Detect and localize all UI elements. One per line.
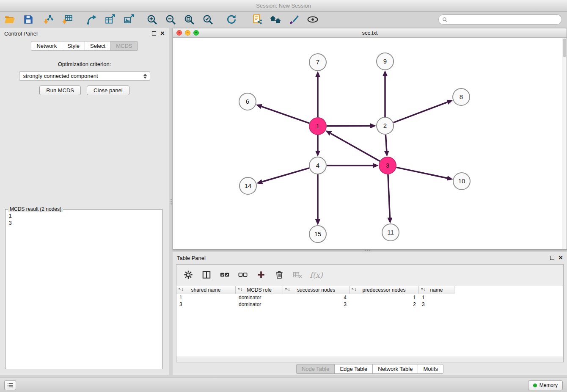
svg-text:9: 9	[383, 58, 387, 65]
tab-style[interactable]: Style	[62, 41, 85, 51]
zoom-in-icon[interactable]	[146, 13, 158, 26]
node-table: shared nameMCDS rolesuccessor nodesprede…	[176, 286, 563, 356]
graph-node-1[interactable]: 1	[309, 118, 326, 135]
dropdown-stepper-icon	[142, 72, 149, 80]
table-cell: 3	[283, 301, 350, 307]
zoom-selected-icon[interactable]	[201, 13, 214, 26]
tab-select[interactable]: Select	[85, 41, 111, 51]
horizontal-splitter-handle[interactable]	[363, 249, 372, 251]
svg-text:14: 14	[245, 182, 252, 189]
refresh-icon[interactable]	[225, 13, 238, 26]
delete-column-icon[interactable]	[292, 269, 303, 281]
zoom-fit-icon[interactable]	[183, 13, 195, 26]
graph-node-15[interactable]: 15	[309, 226, 326, 243]
column-header-successor-nodes[interactable]: successor nodes	[283, 286, 350, 294]
tab-network[interactable]: Network	[31, 41, 62, 51]
table-toolbar: f(x)	[176, 265, 563, 285]
first-neighbors-icon[interactable]	[269, 13, 282, 26]
float-table-panel-icon[interactable]	[550, 256, 554, 260]
table-body: 1dominator4113dominator323	[176, 294, 563, 308]
float-panel-icon[interactable]	[152, 31, 156, 36]
search-box[interactable]	[438, 14, 562, 25]
copy-network-view-icon[interactable]	[250, 13, 263, 26]
open-file-icon[interactable]	[3, 13, 16, 26]
graph-edge-3-11[interactable]	[388, 174, 390, 218]
graph-node-11[interactable]: 11	[382, 224, 399, 241]
graph-node-4[interactable]: 4	[309, 157, 326, 174]
memory-button[interactable]: Memory	[528, 380, 563, 390]
table-row[interactable]: 3dominator323	[176, 301, 563, 308]
import-table-icon[interactable]	[61, 13, 74, 26]
tab-edge-table[interactable]: Edge Table	[334, 364, 373, 374]
control-panel-header: Control Panel ×	[0, 28, 169, 39]
mcds-result-list[interactable]: 13	[6, 210, 162, 230]
optimization-criterion-label: Optimization criterion:	[0, 61, 169, 67]
table-cell: 3	[419, 301, 454, 307]
mcds-result-line: 1	[9, 213, 159, 220]
table-cell: 1	[419, 295, 454, 301]
show-columns-icon[interactable]	[201, 269, 212, 281]
delete-row-trash-icon[interactable]	[273, 269, 285, 281]
graph-edge-3-1[interactable]	[330, 133, 380, 161]
window-close-icon[interactable]: ×	[176, 30, 182, 36]
tab-mcds[interactable]: MCDS	[110, 41, 138, 51]
task-history-button[interactable]	[4, 380, 16, 390]
table-cell: 4	[283, 295, 350, 301]
graph-node-10[interactable]: 10	[453, 173, 470, 190]
column-header-predecessor-nodes[interactable]: predecessor nodes	[350, 286, 419, 294]
graph-node-14[interactable]: 14	[239, 177, 256, 194]
column-header-shared-name[interactable]: shared name	[176, 286, 236, 294]
tab-network-table[interactable]: Network Table	[372, 364, 418, 374]
network-window-titlebar[interactable]: × − + scc.txt	[173, 28, 567, 38]
close-table-panel-icon[interactable]: ×	[559, 255, 563, 261]
export-table-icon[interactable]	[104, 13, 117, 26]
network-canvas[interactable]: 7968124314101511	[173, 38, 567, 249]
zoom-out-icon[interactable]	[164, 13, 177, 26]
unselect-all-columns-icon[interactable]	[237, 269, 249, 281]
column-header-name[interactable]: name	[419, 286, 454, 294]
criterion-dropdown[interactable]: strongly connected component	[19, 71, 150, 81]
column-label: MCDS role	[247, 287, 272, 293]
save-session-icon[interactable]	[22, 13, 35, 26]
graph-edge-2-8[interactable]	[394, 102, 448, 122]
control-panel: Control Panel × NetworkStyleSelectMCDS O…	[0, 28, 169, 375]
network-vertical-scrollbar[interactable]	[562, 38, 567, 249]
application-window: Session: New Session	[0, 0, 567, 392]
export-network-icon[interactable]	[85, 13, 98, 26]
column-label: name	[430, 287, 443, 293]
graph-node-9[interactable]: 9	[377, 53, 394, 70]
apply-style-icon[interactable]	[288, 13, 300, 26]
window-zoom-icon[interactable]: +	[193, 30, 199, 36]
export-image-icon[interactable]	[123, 13, 135, 26]
main-toolbar	[0, 12, 567, 28]
window-minimize-icon[interactable]: −	[185, 30, 190, 36]
svg-text:10: 10	[458, 177, 465, 185]
graph-edge-1-6[interactable]	[261, 107, 309, 124]
show-hide-graphics-icon[interactable]	[306, 13, 319, 26]
search-input[interactable]	[450, 17, 558, 23]
graph-node-2[interactable]: 2	[377, 117, 394, 134]
table-row[interactable]: 1dominator411	[176, 294, 563, 301]
close-panel-icon[interactable]: ×	[160, 30, 165, 36]
graph-node-8[interactable]: 8	[453, 88, 470, 105]
vertical-splitter-handle[interactable]	[169, 198, 173, 205]
function-builder-icon[interactable]: f(x)	[310, 271, 323, 279]
import-network-icon[interactable]	[42, 13, 55, 26]
graph-edge-1-2[interactable]	[327, 126, 370, 126]
sort-icon	[421, 287, 426, 293]
graph-edge-2-3[interactable]	[385, 135, 386, 151]
close-panel-button[interactable]: Close panel	[87, 86, 129, 95]
graph-node-7[interactable]: 7	[309, 54, 326, 71]
tab-motifs[interactable]: Motifs	[418, 364, 443, 374]
table-settings-gear-icon[interactable]	[182, 269, 194, 281]
add-column-icon[interactable]	[255, 269, 267, 281]
graph-node-3[interactable]: 3	[379, 157, 396, 174]
graph-edge-4-14[interactable]	[262, 168, 309, 182]
run-mcds-button[interactable]: Run MCDS	[39, 86, 81, 95]
column-header-mcds-role[interactable]: MCDS role	[236, 286, 283, 294]
graph-edge-3-10[interactable]	[396, 167, 447, 178]
tab-node-table[interactable]: Node Table	[296, 364, 335, 374]
sort-icon	[178, 287, 183, 293]
graph-node-6[interactable]: 6	[239, 93, 256, 110]
select-all-columns-icon[interactable]	[219, 269, 231, 281]
